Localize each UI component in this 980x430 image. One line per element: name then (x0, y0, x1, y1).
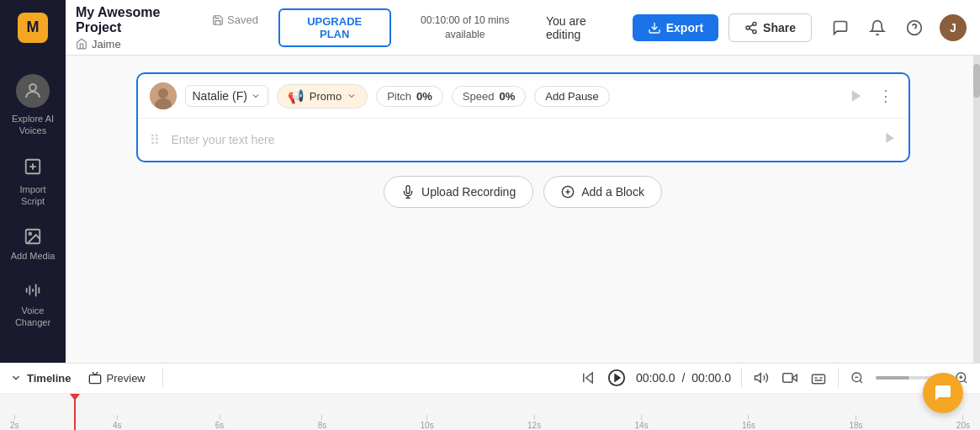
style-tag[interactable]: 📢 Promo (277, 84, 368, 109)
help-icon[interactable] (903, 16, 926, 40)
text-placeholder[interactable]: Enter your text here (172, 133, 875, 146)
zoom-slider-fill (876, 376, 909, 380)
tick-mark: 4s (113, 415, 122, 430)
action-buttons: Upload Recording Add a Block (136, 176, 910, 208)
time-info: 00:10:00 of 10 mins available (401, 13, 529, 42)
export-button[interactable]: Export (633, 14, 718, 41)
tick-mark: 14s (634, 415, 648, 430)
timeline-ruler: 2s4s6s8s10s12s14s16s18s20s (0, 394, 980, 430)
scroll-track[interactable] (973, 56, 980, 363)
saved-text: Saved (227, 13, 258, 26)
sidebar-item-import[interactable]: ImportScript (5, 149, 61, 216)
voice-name: Natalie (F) (193, 89, 247, 103)
svg-marker-34 (755, 374, 761, 383)
svg-marker-33 (615, 375, 620, 381)
header-icons: J (829, 14, 967, 41)
timeline-header: Timeline Preview 00:00.0 / 00:00.0 (0, 364, 980, 394)
scroll-thumb[interactable] (973, 64, 980, 98)
camera-button[interactable] (781, 369, 799, 387)
sidebar-explore-label: Explore AIVoices (12, 113, 54, 137)
svg-point-20 (158, 88, 168, 98)
tick-mark: 10s (421, 415, 434, 430)
time-display: 00:00.0 / 00:00.0 (636, 371, 731, 385)
preview-tab[interactable]: Preview (88, 371, 146, 385)
sidebar-item-explore[interactable]: Explore AIVoices (5, 66, 61, 146)
zoom-out-button[interactable] (849, 369, 866, 386)
logo-area: M (0, 0, 66, 56)
sidebar-voice-label: VoiceChanger (15, 305, 50, 329)
content-area: Natalie (F) 📢 Promo Pitch 0% (66, 56, 980, 363)
project-title-row: My Awesome Project Saved (76, 5, 258, 35)
tick-marks: 2s4s6s8s10s12s14s16s18s20s (7, 413, 973, 430)
speed-value: 0% (499, 90, 515, 103)
time-separator: / (682, 371, 686, 385)
upgrade-button[interactable]: UPGRADE PLAN (278, 8, 391, 47)
app-header: M My Awesome Project Saved Jaime UPGRADE… (0, 0, 980, 56)
bottom-bar: Timeline Preview 00:00.0 / 00:00.0 (0, 363, 980, 430)
caption-button[interactable] (809, 369, 828, 387)
separator2 (741, 368, 742, 388)
sidebar-item-media[interactable]: Add Media (5, 219, 61, 269)
voice-changer-icon (24, 281, 42, 301)
upload-recording-button[interactable]: Upload Recording (384, 176, 533, 208)
user-name: Jaime (92, 38, 121, 50)
share-button[interactable]: Share (728, 13, 812, 42)
tick-mark: 18s (849, 415, 862, 430)
svg-rect-36 (783, 374, 792, 383)
sidebar-item-voice[interactable]: VoiceChanger (5, 273, 61, 337)
block-play-button[interactable] (845, 84, 868, 108)
svg-line-4 (750, 29, 754, 31)
add-pause-button[interactable]: Add Pause (534, 86, 610, 107)
user-avatar[interactable]: J (940, 14, 967, 41)
block-header: Natalie (F) 📢 Promo Pitch 0% (138, 74, 908, 119)
add-block-button[interactable]: Add a Block (543, 176, 662, 208)
speed-control[interactable]: Speed 0% (452, 86, 526, 107)
voice-selector[interactable]: Natalie (F) (185, 85, 268, 107)
sidebar-import-label: ImportScript (19, 183, 45, 208)
svg-marker-30 (586, 373, 593, 383)
block-container: Natalie (F) 📢 Promo Pitch 0% (136, 72, 910, 208)
svg-point-3 (753, 29, 756, 33)
style-label: Promo (310, 90, 342, 103)
play-main-button[interactable] (607, 369, 626, 387)
playhead (74, 394, 76, 430)
pitch-value: 0% (416, 90, 432, 103)
timeline-controls: 00:00.0 / 00:00.0 (579, 368, 970, 388)
time-total: 00:00.0 (691, 371, 731, 385)
chat-icon[interactable] (829, 16, 852, 40)
more-options-button[interactable]: ⋮ (875, 83, 897, 109)
tick-mark: 16s (742, 415, 755, 430)
svg-point-8 (29, 84, 36, 91)
svg-line-5 (750, 24, 754, 27)
logo-icon: M (18, 13, 48, 43)
volume-button[interactable] (752, 369, 771, 387)
share-label: Share (763, 21, 796, 35)
play-inline-button[interactable] (883, 131, 897, 148)
chat-bubble-button[interactable] (923, 373, 963, 413)
skip-back-button[interactable] (579, 369, 597, 387)
pitch-control[interactable]: Pitch 0% (376, 86, 443, 107)
svg-line-42 (964, 380, 967, 383)
sidebar-media-label: Add Media (11, 251, 56, 261)
svg-line-39 (860, 380, 862, 383)
timeline-tab[interactable]: Timeline (10, 372, 72, 385)
bell-icon[interactable] (866, 16, 889, 40)
svg-marker-23 (886, 133, 893, 143)
speed-label: Speed (463, 90, 495, 103)
separator3 (838, 368, 839, 388)
block-text-area: ⠿ Enter your text here (138, 119, 908, 161)
voice-avatar (150, 82, 177, 109)
time-current: 00:00.0 (636, 371, 675, 385)
time-display: 00:10:00 of 10 mins available (401, 13, 529, 42)
separator (162, 368, 163, 388)
drag-handle[interactable]: ⠿ (150, 132, 160, 148)
tick-mark: 20s (956, 415, 970, 430)
block-header-right: ⋮ (845, 83, 897, 109)
tick-mark: 12s (527, 415, 541, 430)
pitch-label: Pitch (387, 90, 411, 103)
import-icon (24, 157, 42, 180)
preview-label-text: Preview (107, 372, 146, 385)
svg-rect-29 (89, 375, 100, 384)
tick-mark: 2s (10, 415, 19, 430)
project-info: My Awesome Project Saved Jaime (76, 5, 258, 50)
